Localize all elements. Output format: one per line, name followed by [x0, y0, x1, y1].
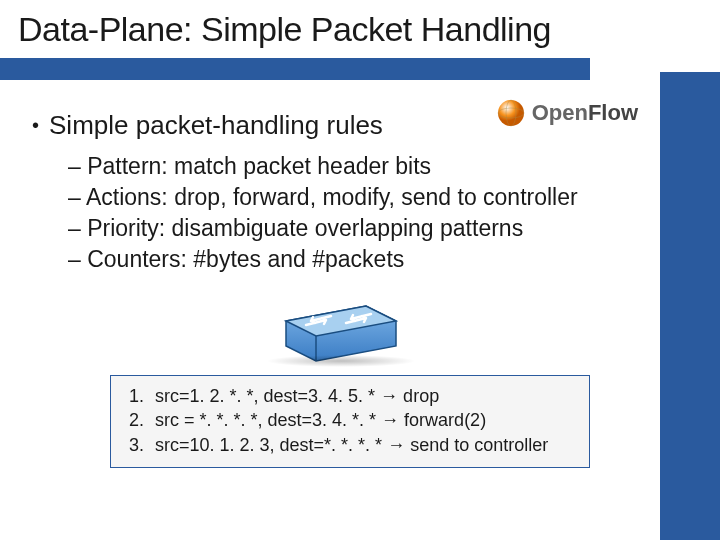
rule-item: src=10. 1. 2. 3, dest=*. *. *. * → send …	[149, 433, 575, 457]
slide-title: Data-Plane: Simple Packet Handling	[0, 0, 720, 49]
sub-bullet: Pattern: match packet header bits	[68, 153, 650, 180]
sub-bullet: Priority: disambiguate overlapping patte…	[68, 215, 650, 242]
openflow-logo: OpenFlow	[492, 96, 642, 130]
svg-point-0	[498, 100, 524, 126]
rule-item: src=1. 2. *. *, dest=3. 4. 5. * → drop	[149, 384, 575, 408]
bullet-dot: •	[32, 114, 39, 137]
sub-bullet-list: Pattern: match packet header bits Action…	[68, 153, 650, 273]
rules-list: src=1. 2. *. *, dest=3. 4. 5. * → drop s…	[149, 384, 575, 457]
title-bar: Data-Plane: Simple Packet Handling	[0, 0, 720, 72]
sub-bullet: Counters: #bytes and #packets	[68, 246, 650, 273]
switch-figure	[32, 291, 650, 363]
logo-text: OpenFlow	[532, 100, 638, 126]
switch-shadow	[266, 355, 416, 367]
content-area: • Simple packet-handling rules Pattern: …	[0, 72, 720, 468]
sub-bullet: Actions: drop, forward, modify, send to …	[68, 184, 650, 211]
globe-icon	[496, 98, 526, 128]
rules-box: src=1. 2. *. *, dest=3. 4. 5. * → drop s…	[110, 375, 590, 468]
rule-item: src = *. *. *. *, dest=3. 4. *. * → forw…	[149, 408, 575, 432]
network-switch-icon	[276, 291, 406, 363]
main-bullet-text: Simple packet-handling rules	[49, 110, 383, 141]
